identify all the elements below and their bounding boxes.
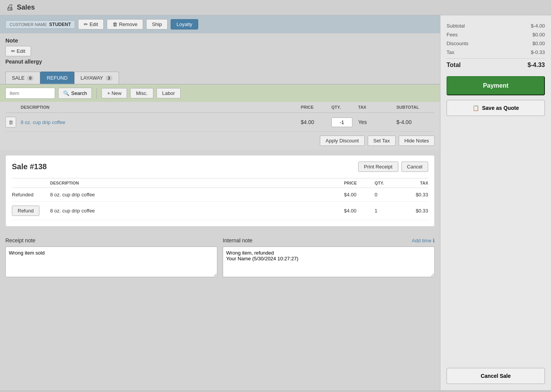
rcol-price: PRICE (344, 181, 375, 185)
tab-refund[interactable]: REFUND (40, 72, 74, 84)
tax-cell: Yes (358, 119, 396, 125)
search-button[interactable]: 🔍 Search (58, 88, 92, 99)
new-item-button[interactable]: + New (101, 88, 127, 98)
sale-card: Sale #138 Print Receipt Cancel DESCRIPTI… (5, 155, 435, 227)
note-section: Note ✏ Edit Peanut allergy (0, 33, 440, 69)
col-price: PRICE (301, 105, 331, 109)
item-input[interactable] (5, 88, 55, 99)
rcol-status (12, 181, 50, 185)
rtax-2: $0.33 (398, 208, 428, 214)
receipt-row-1: Refunded 8 oz. cup drip coffee $4.00 0 $… (12, 188, 428, 202)
toolbar-divider (96, 88, 97, 99)
rdesc-1: 8 oz. cup drip coffee (50, 192, 344, 198)
summary-subtotal: Subtotal $-4.00 (447, 21, 545, 30)
table-header: DESCRIPTION PRICE QTY. TAX SUBTOTAL (5, 102, 435, 113)
delete-cell: 🗑 (5, 117, 21, 127)
delete-item-button[interactable]: 🗑 (5, 117, 16, 127)
note-text: Peanut allergy (5, 59, 435, 65)
ship-button[interactable]: Ship (146, 19, 168, 29)
rqty-1: 0 (375, 192, 398, 198)
print-receipt-button[interactable]: Print Receipt (358, 162, 398, 172)
customer-bar: CUSTOMER NAME STUDENT ✏ Edit 🗑 Remove Sh… (0, 15, 440, 33)
search-label: Search (71, 90, 87, 96)
customer-name: STUDENT (49, 22, 71, 27)
rprice-2: $4.00 (344, 208, 375, 214)
subtotal-value: $-4.00 (531, 23, 545, 29)
rcol-qty: QTY. (375, 181, 398, 185)
internal-note-textarea[interactable]: Wrong item, refunded Your Name (5/30/202… (223, 247, 435, 277)
receipt-note-box: Receipt note Wrong item sold (5, 237, 217, 278)
tabs-bar: SALE 0 REFUND LAYAWAY 3 (0, 69, 440, 85)
tab-layaway-badge: 3 (106, 75, 112, 81)
remove-customer-button[interactable]: 🗑 Remove (107, 19, 143, 29)
summary-total: Total $-4.33 (447, 58, 545, 72)
summary-fees: Fees $0.00 (447, 30, 545, 39)
rqty-2: 1 (375, 208, 398, 214)
receipt-table-header: DESCRIPTION PRICE QTY. TAX (12, 178, 428, 188)
spacer (447, 121, 545, 363)
note-title: Note (5, 37, 435, 44)
tab-sale-badge: 0 (27, 75, 34, 81)
action-buttons: Apply Discount Set Tax Hide Notes (0, 132, 440, 150)
sale-number: Sale #138 (12, 162, 47, 171)
hide-notes-button[interactable]: Hide Notes (399, 136, 435, 146)
internal-note-box: Internal note Add time ℹ Wrong item, ref… (223, 237, 435, 278)
tab-layaway[interactable]: LAYAWAY 3 (74, 72, 119, 84)
col-qty: QTY. (331, 105, 358, 109)
sale-card-header: Sale #138 Print Receipt Cancel (12, 162, 428, 172)
receipt-note-label: Receipt note (5, 237, 217, 243)
tax-label: Tax (447, 49, 454, 55)
internal-note-header: Internal note Add time ℹ (223, 237, 435, 243)
fees-label: Fees (447, 32, 458, 38)
col-description: DESCRIPTION (21, 105, 301, 109)
items-table: DESCRIPTION PRICE QTY. TAX SUBTOTAL 🗑 8 … (0, 102, 440, 132)
rprice-1: $4.00 (344, 192, 375, 198)
add-time-link[interactable]: Add time ℹ (412, 238, 435, 243)
table-row: 🗑 8 oz. cup drip coffee $4.00 Yes $-4.00 (5, 113, 435, 132)
misc-button[interactable]: Misc. (130, 88, 153, 98)
sales-icon: 🖨 (6, 3, 14, 12)
tab-sale[interactable]: SALE 0 (5, 72, 40, 84)
header: 🖨 Sales (0, 0, 551, 15)
total-label: Total (447, 62, 461, 69)
summary-discounts: Discounts $0.00 (447, 39, 545, 48)
set-tax-button[interactable]: Set Tax (368, 136, 396, 146)
tab-layaway-label: LAYAWAY (81, 75, 103, 81)
customer-label: CUSTOMER NAME (10, 22, 47, 27)
rcol-description: DESCRIPTION (50, 181, 344, 185)
status-refund-cell: Refund (12, 206, 50, 216)
qty-input[interactable] (331, 118, 352, 127)
quote-icon: 📋 (473, 105, 479, 111)
cancel-sale-card-button[interactable]: Cancel (401, 162, 428, 172)
labor-button[interactable]: Labor (156, 88, 181, 98)
internal-note-label: Internal note (223, 237, 253, 243)
item-name-link[interactable]: 8 oz. cup drip coffee (21, 119, 65, 125)
summary-tax: Tax $-0.33 (447, 48, 545, 57)
payment-button[interactable]: Payment (447, 76, 545, 95)
refund-button[interactable]: Refund (12, 206, 39, 216)
loyalty-button[interactable]: Loyalty (171, 19, 198, 29)
tab-sale-label: SALE (12, 75, 24, 81)
customer-name-badge: CUSTOMER NAME STUDENT (5, 20, 75, 29)
save-quote-label: Save as Quote (482, 105, 519, 111)
col-tax: TAX (358, 105, 396, 109)
save-as-quote-button[interactable]: 📋 Save as Quote (447, 100, 545, 116)
receipt-row-2: Refund 8 oz. cup drip coffee $4.00 1 $0.… (12, 202, 428, 220)
notes-section: Receipt note Wrong item sold Internal no… (0, 232, 440, 284)
rcol-tax: TAX (398, 181, 428, 185)
main-layout: CUSTOMER NAME STUDENT ✏ Edit 🗑 Remove Sh… (0, 15, 551, 390)
tab-refund-label: REFUND (47, 75, 67, 81)
apply-discount-button[interactable]: Apply Discount (320, 136, 365, 146)
cancel-sale-button[interactable]: Cancel Sale (447, 368, 545, 384)
discounts-label: Discounts (447, 41, 468, 46)
price-cell: $4.00 (301, 119, 331, 125)
qty-cell (331, 118, 358, 127)
col-delete (5, 105, 21, 109)
receipt-note-textarea[interactable]: Wrong item sold (5, 247, 217, 277)
edit-customer-button[interactable]: ✏ Edit (78, 19, 104, 29)
left-panel: CUSTOMER NAME STUDENT ✏ Edit 🗑 Remove Sh… (0, 15, 440, 390)
edit-note-button[interactable]: ✏ Edit (5, 46, 31, 56)
rtax-1: $0.33 (398, 192, 428, 198)
fees-value: $0.00 (532, 32, 545, 38)
right-panel: Subtotal $-4.00 Fees $0.00 Discounts $0.… (440, 15, 551, 390)
